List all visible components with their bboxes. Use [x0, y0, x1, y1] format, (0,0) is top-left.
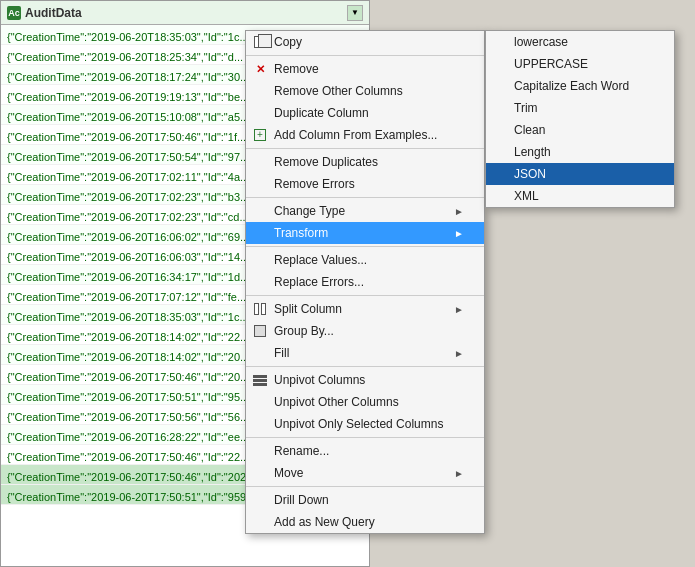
menu-item-replace-errors-label: Replace Errors...: [274, 275, 464, 289]
menu-item-duplicate-column[interactable]: Duplicate Column: [246, 102, 484, 124]
menu-item-fill-label: Fill: [274, 346, 454, 360]
separator-8: [246, 486, 484, 487]
transform-submenu-item-uppercase[interactable]: UPPERCASE: [486, 53, 674, 75]
transform-submenu: lowercase UPPERCASE Capitalize Each Word…: [485, 30, 675, 208]
menu-item-unpivot-columns[interactable]: Unpivot Columns: [246, 369, 484, 391]
menu-item-copy-label: Copy: [274, 35, 464, 49]
menu-item-split-column-label: Split Column: [274, 302, 454, 316]
context-menu: Copy ✕ Remove Remove Other Columns Dupli…: [245, 30, 485, 534]
menu-item-move-label: Move: [274, 466, 454, 480]
menu-item-copy[interactable]: Copy: [246, 31, 484, 53]
menu-item-move[interactable]: Move ►: [246, 462, 484, 484]
transform-submenu-item-clean[interactable]: Clean: [486, 119, 674, 141]
transform-submenu-item-lowercase[interactable]: lowercase: [486, 31, 674, 53]
transform-submenu-item-capitalize[interactable]: Capitalize Each Word: [486, 75, 674, 97]
column-header[interactable]: Ac AuditData ▼: [1, 1, 369, 25]
menu-item-add-as-new-query-label: Add as New Query: [274, 515, 464, 529]
menu-item-change-type-label: Change Type: [274, 204, 454, 218]
menu-item-unpivot-columns-label: Unpivot Columns: [274, 373, 464, 387]
menu-item-remove-duplicates[interactable]: Remove Duplicates: [246, 151, 484, 173]
transform-submenu-item-xml[interactable]: XML: [486, 185, 674, 207]
menu-item-add-column[interactable]: + Add Column From Examples...: [246, 124, 484, 146]
menu-item-remove-label: Remove: [274, 62, 464, 76]
unpivot-icon: [250, 372, 270, 388]
lowercase-label: lowercase: [514, 35, 654, 49]
menu-item-fill[interactable]: Fill ►: [246, 342, 484, 364]
menu-item-replace-values-label: Replace Values...: [274, 253, 464, 267]
split-column-icon: [250, 301, 270, 317]
menu-item-add-column-label: Add Column From Examples...: [274, 128, 464, 142]
transform-submenu-item-length[interactable]: Length: [486, 141, 674, 163]
remove-icon: ✕: [250, 61, 270, 77]
menu-item-group-by[interactable]: Group By...: [246, 320, 484, 342]
transform-submenu-item-trim[interactable]: Trim: [486, 97, 674, 119]
menu-item-transform[interactable]: Transform ►: [246, 222, 484, 244]
column-dropdown-button[interactable]: ▼: [347, 5, 363, 21]
fill-arrow: ►: [454, 348, 464, 359]
column-title: AuditData: [25, 6, 82, 20]
uppercase-label: UPPERCASE: [514, 57, 654, 71]
menu-item-change-type[interactable]: Change Type ►: [246, 200, 484, 222]
separator-1: [246, 55, 484, 56]
change-type-arrow: ►: [454, 206, 464, 217]
menu-item-group-by-label: Group By...: [274, 324, 464, 338]
menu-item-duplicate-label: Duplicate Column: [274, 106, 464, 120]
length-label: Length: [514, 145, 654, 159]
menu-item-replace-errors[interactable]: Replace Errors...: [246, 271, 484, 293]
menu-item-add-as-new-query[interactable]: Add as New Query: [246, 511, 484, 533]
group-by-icon: [250, 323, 270, 339]
xml-label: XML: [514, 189, 654, 203]
move-arrow: ►: [454, 468, 464, 479]
add-column-icon: +: [250, 127, 270, 143]
transform-submenu-item-json[interactable]: JSON: [486, 163, 674, 185]
menu-item-replace-values[interactable]: Replace Values...: [246, 249, 484, 271]
separator-4: [246, 246, 484, 247]
copy-icon: [250, 34, 270, 50]
separator-6: [246, 366, 484, 367]
menu-item-remove-duplicates-label: Remove Duplicates: [274, 155, 464, 169]
trim-label: Trim: [514, 101, 654, 115]
separator-3: [246, 197, 484, 198]
transform-arrow: ►: [454, 228, 464, 239]
menu-item-remove-other-label: Remove Other Columns: [274, 84, 464, 98]
separator-7: [246, 437, 484, 438]
menu-item-drill-down[interactable]: Drill Down: [246, 489, 484, 511]
menu-item-remove-errors-label: Remove Errors: [274, 177, 464, 191]
separator-5: [246, 295, 484, 296]
clean-label: Clean: [514, 123, 654, 137]
menu-item-rename-label: Rename...: [274, 444, 464, 458]
menu-item-transform-label: Transform: [274, 226, 454, 240]
menu-item-remove-errors[interactable]: Remove Errors: [246, 173, 484, 195]
column-type-icon: Ac: [7, 6, 21, 20]
menu-item-remove-other-columns[interactable]: Remove Other Columns: [246, 80, 484, 102]
json-label: JSON: [514, 167, 654, 181]
menu-item-rename[interactable]: Rename...: [246, 440, 484, 462]
menu-item-unpivot-selected[interactable]: Unpivot Only Selected Columns: [246, 413, 484, 435]
menu-item-split-column[interactable]: Split Column ►: [246, 298, 484, 320]
menu-item-unpivot-selected-label: Unpivot Only Selected Columns: [274, 417, 464, 431]
capitalize-label: Capitalize Each Word: [514, 79, 654, 93]
split-column-arrow: ►: [454, 304, 464, 315]
menu-item-drill-down-label: Drill Down: [274, 493, 464, 507]
separator-2: [246, 148, 484, 149]
menu-item-unpivot-other-label: Unpivot Other Columns: [274, 395, 464, 409]
menu-item-unpivot-other[interactable]: Unpivot Other Columns: [246, 391, 484, 413]
menu-item-remove[interactable]: ✕ Remove: [246, 58, 484, 80]
